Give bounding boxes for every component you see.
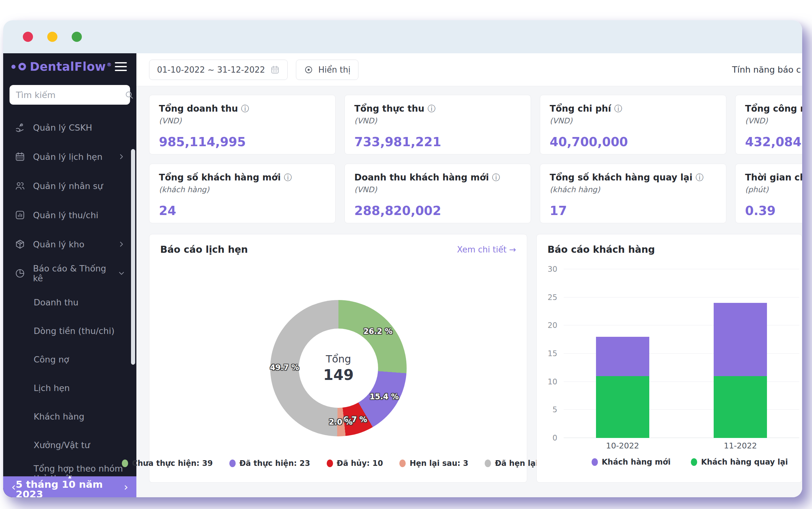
bar-group-11-2022[interactable]: [714, 303, 767, 438]
sidebar-scrollbar[interactable]: [131, 149, 135, 365]
stat-card-title: Doanh thu khách hàng mớiⓘ: [354, 172, 521, 183]
info-icon[interactable]: ⓘ: [284, 172, 292, 183]
legend-dot-icon: [691, 458, 697, 466]
legend-dot-icon: [229, 460, 236, 467]
donut-legend-item-3[interactable]: Hẹn lại sau: 3: [399, 459, 468, 468]
bar-segment: [714, 376, 767, 438]
view-details-link[interactable]: Xem chi tiết →: [457, 245, 516, 254]
x-axis-label-11-2022: 11-2022: [724, 441, 757, 450]
appointments-donut-chart[interactable]: Tổng 149 26.2 %15.4 %6.7 %2.0 %49.7 %: [270, 300, 407, 436]
pie-chart-icon: [14, 268, 25, 279]
sidebar-item-label: Quản lý kho: [33, 239, 84, 249]
customers-bar-chart[interactable]: 05101520253010-202211-2022: [564, 269, 799, 438]
y-axis-tick-20: 20: [538, 321, 557, 330]
package-icon: [14, 239, 25, 249]
minimize-window-button[interactable]: [47, 32, 58, 42]
donut-legend-item-2[interactable]: Đã hủy: 10: [327, 459, 383, 468]
legend-label: Đã hủy: 10: [337, 459, 383, 468]
charts-row: Báo cáo lịch hẹn Xem chi tiết → Tổng 149…: [149, 234, 802, 483]
sidebar-item-1[interactable]: Quản lý lịch hẹn: [3, 142, 136, 171]
bar-segment: [596, 337, 649, 376]
appointments-chart-title: Báo cáo lịch hẹn: [160, 244, 248, 255]
stat-card-value: 24: [159, 204, 326, 218]
y-axis-tick-30: 30: [538, 265, 557, 274]
sidebar-item-2[interactable]: Quản lý nhân sự: [3, 171, 136, 200]
current-date[interactable]: ▲ 5 tháng 10 năm 2023: [16, 474, 124, 497]
stat-card-unit: (VND): [354, 185, 521, 194]
legend-dot-icon: [485, 460, 491, 467]
info-icon[interactable]: ⓘ: [428, 103, 436, 114]
app-window: DentalFlow® Quản lý CSKHQuản lý lịch hẹn…: [3, 20, 802, 497]
bar-group-10-2022[interactable]: [596, 337, 649, 438]
sidebar-item-4[interactable]: Quản lý kho: [3, 230, 136, 259]
hamburger-menu-icon[interactable]: [115, 62, 127, 71]
donut-legend-item-1[interactable]: Đã thực hiện: 23: [229, 459, 310, 468]
sidebar-subitem-4[interactable]: Khách hàng: [3, 402, 136, 431]
sidebar-subitem-1[interactable]: Dòng tiền (thu/chi): [3, 316, 136, 345]
users-icon: [14, 180, 25, 191]
appointments-report-card: Báo cáo lịch hẹn Xem chi tiết → Tổng 149…: [149, 234, 527, 483]
stat-card-7: Thời gian chờ trunⓘ(phút)0.39: [735, 164, 802, 223]
bar-segment: [714, 303, 767, 376]
info-icon[interactable]: ⓘ: [614, 103, 622, 114]
donut-center: Tổng 149: [299, 329, 378, 408]
legend-label: Chưa thực hiện: 39: [132, 459, 213, 468]
zoom-window-button[interactable]: [72, 32, 82, 42]
stat-card-6: Tổng số khách hàng quay lạiⓘ(khách hàng)…: [540, 164, 726, 223]
next-day-button[interactable]: ›: [124, 481, 128, 492]
sidebar-nav: Quản lý CSKHQuản lý lịch hẹnQuản lý nhân…: [3, 113, 136, 488]
toolbar: 01-10-2022 ~ 31-12-2022 Hiển thị Tính nă…: [136, 53, 802, 86]
stat-card-grid: Tổng doanh thuⓘ(VND)985,114,995Tổng thực…: [149, 95, 802, 223]
sidebar-item-label: Quản lý lịch hẹn: [33, 152, 102, 162]
report-feature-text[interactable]: Tính năng báo c: [732, 65, 801, 74]
bar-legend: Khách hàng mớiKhách hàng quay lại: [591, 457, 788, 467]
stat-card-unit: (VND): [354, 116, 521, 125]
donut-legend-item-0[interactable]: Chưa thực hiện: 39: [122, 459, 213, 468]
stat-card-title: Tổng chi phíⓘ: [550, 103, 716, 114]
stat-card-unit: (VND): [745, 116, 802, 125]
sidebar-subitem-5[interactable]: Xưởng/Vật tư: [3, 431, 136, 459]
registered-mark: ®: [107, 62, 112, 68]
sidebar-subitem-0[interactable]: Doanh thu: [3, 288, 136, 316]
sidebar-subitem-2[interactable]: Công nợ: [3, 345, 136, 374]
sidebar-item-label: Quản lý CSKH: [33, 123, 92, 133]
dashboard-content: Tổng doanh thuⓘ(VND)985,114,995Tổng thực…: [136, 86, 802, 483]
stat-card-value: 40,700,000: [550, 135, 716, 149]
y-axis-tick-15: 15: [538, 349, 557, 358]
stat-card-value: 985,114,995: [159, 135, 326, 149]
calendar-icon: [14, 151, 25, 162]
bar-legend-item-1[interactable]: Khách hàng quay lại: [691, 457, 788, 467]
sidebar-item-label: Quản lý nhân sự: [33, 181, 103, 191]
y-axis-tick-0: 0: [538, 434, 557, 442]
donut-legend: Chưa thực hiện: 39Đã thực hiện: 23Đã hủy…: [149, 459, 527, 468]
legend-label: Khách hàng quay lại: [701, 457, 788, 467]
legend-dot-icon: [122, 460, 128, 467]
info-icon[interactable]: ⓘ: [241, 103, 249, 114]
sidebar-subitem-3[interactable]: Lịch hẹn: [3, 374, 136, 402]
close-window-button[interactable]: [23, 32, 33, 42]
stat-card-title: Tổng số khách hàng mớiⓘ: [159, 172, 326, 183]
date-range-picker[interactable]: 01-10-2022 ~ 31-12-2022: [149, 60, 288, 80]
stat-card-1: Tổng thực thuⓘ(VND)733,981,221: [344, 95, 531, 155]
window-titlebar: [3, 20, 802, 53]
chart-square-icon: [14, 210, 25, 220]
info-icon[interactable]: ⓘ: [696, 172, 704, 183]
stat-card-3: Tổng công nợⓘ(VND)432,084,998: [735, 95, 802, 155]
sidebar-item-3[interactable]: Quản lý thu/chi: [3, 200, 136, 230]
sidebar-item-label: Quản lý thu/chi: [33, 210, 98, 220]
display-button[interactable]: Hiển thị: [296, 60, 359, 80]
date-nav-bar: ‹ ▲ 5 tháng 10 năm 2023 ›: [3, 476, 136, 497]
stat-card-value: 17: [550, 204, 716, 218]
prev-day-button[interactable]: ‹: [11, 481, 16, 492]
sidebar-item-0[interactable]: Quản lý CSKH: [3, 113, 136, 142]
search-input[interactable]: [16, 90, 124, 100]
stat-card-4: Tổng số khách hàng mớiⓘ(khách hàng)24: [149, 164, 336, 223]
bar-segment: [596, 376, 649, 438]
info-icon[interactable]: ⓘ: [492, 172, 500, 183]
logo-row: DentalFlow®: [3, 53, 136, 75]
chevron-right-icon: [117, 240, 126, 248]
bar-legend-item-0[interactable]: Khách hàng mới: [591, 457, 671, 467]
sidebar-search: [9, 85, 130, 105]
stat-card-title: Thời gian chờ trunⓘ: [745, 172, 802, 183]
sidebar-item-5[interactable]: Báo cáo & Thống kê: [3, 259, 136, 288]
